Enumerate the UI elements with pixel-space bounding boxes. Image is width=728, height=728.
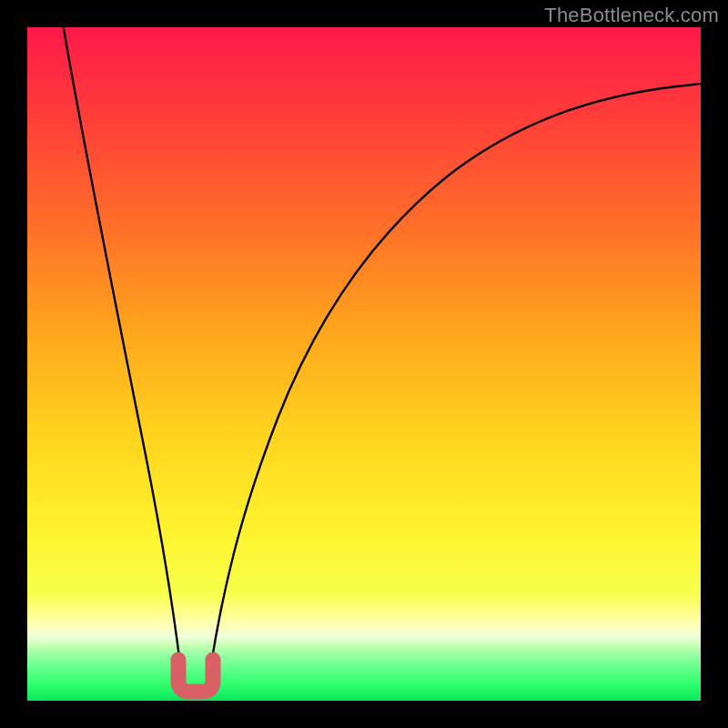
- curve-right-branch: [211, 84, 701, 664]
- outer-frame: TheBottleneck.com: [0, 0, 728, 728]
- curve-left-branch: [63, 27, 180, 664]
- optimal-u-marker: [178, 660, 213, 692]
- chart-plot-area: [27, 27, 701, 701]
- bottleneck-curve: [27, 27, 701, 701]
- watermark-text: TheBottleneck.com: [544, 4, 719, 27]
